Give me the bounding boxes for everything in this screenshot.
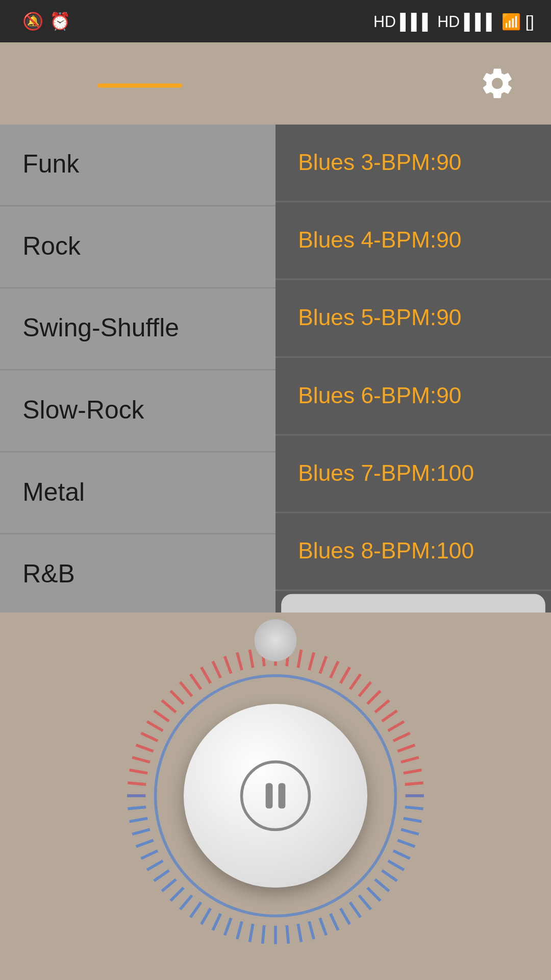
svg-line-64 (170, 888, 183, 900)
pause-bar-left (266, 783, 273, 808)
svg-line-52 (309, 921, 314, 939)
track-item-blues9[interactable]: Blues 9-BPM:100 (281, 594, 545, 612)
svg-line-24 (340, 667, 349, 683)
svg-line-72 (128, 807, 146, 808)
svg-line-40 (401, 829, 419, 834)
signal2-bars: ▌▌▌ (464, 13, 497, 30)
genre-item-rnb[interactable]: R&B (0, 534, 276, 612)
svg-line-70 (132, 829, 150, 834)
pause-icon (266, 783, 286, 808)
status-right: HD ▌▌▌ HD ▌▌▌ 📶 [] (373, 12, 534, 31)
genre-panel: FunkRockSwing-ShuffleSlow-RockMetalR&BJa… (0, 125, 276, 612)
svg-line-10 (180, 682, 192, 696)
svg-line-33 (401, 757, 419, 762)
svg-line-27 (367, 691, 380, 703)
svg-line-53 (298, 924, 301, 942)
svg-line-51 (320, 918, 326, 935)
svg-line-44 (382, 870, 397, 881)
wifi-icon: 📶 (502, 12, 521, 31)
status-bar: 🔕 ⏰ HD ▌▌▌ HD ▌▌▌ 📶 [] (0, 0, 551, 42)
track-item-blues7[interactable]: Blues 7-BPM:100 (276, 435, 551, 513)
svg-line-42 (393, 851, 410, 859)
svg-line-60 (213, 914, 220, 930)
pause-button[interactable] (240, 761, 311, 831)
svg-line-4 (136, 745, 154, 751)
tab-drum[interactable] (28, 79, 250, 88)
svg-line-7 (154, 710, 169, 721)
status-left: 🔕 ⏰ (17, 11, 70, 31)
silent-icon: 🔕 (22, 11, 44, 31)
track-item-blues5[interactable]: Blues 5-BPM:90 (276, 280, 551, 357)
svg-line-58 (237, 921, 242, 939)
svg-line-26 (359, 682, 371, 696)
svg-line-49 (340, 909, 349, 924)
genre-item-funk[interactable]: Funk (0, 125, 276, 207)
svg-line-31 (393, 733, 410, 741)
svg-line-66 (154, 870, 169, 881)
svg-line-28 (375, 700, 389, 712)
svg-line-67 (147, 861, 163, 870)
battery-icon: [] (525, 13, 534, 30)
svg-line-54 (287, 925, 288, 944)
main-content: FunkRockSwing-ShuffleSlow-RockMetalR&BJa… (0, 125, 551, 612)
track-item-blues8[interactable]: Blues 8-BPM:100 (276, 513, 551, 591)
svg-line-6 (147, 722, 163, 731)
svg-line-56 (263, 925, 264, 944)
svg-line-35 (405, 783, 423, 785)
svg-line-11 (190, 674, 201, 689)
svg-line-14 (225, 656, 231, 674)
signal-icon: HD (373, 13, 396, 30)
svg-line-45 (375, 879, 389, 891)
knob-nub (254, 619, 296, 662)
svg-line-48 (350, 902, 361, 917)
svg-line-61 (202, 909, 211, 924)
signal2-icon: HD (437, 13, 460, 30)
genre-item-slow-rock[interactable]: Slow-Rock (0, 371, 276, 453)
svg-line-30 (388, 722, 404, 731)
svg-line-71 (130, 818, 147, 821)
svg-line-57 (250, 924, 253, 942)
signal-bars: ▌▌▌ (400, 13, 433, 30)
track-item-blues4[interactable]: Blues 4-BPM:90 (276, 202, 551, 280)
svg-line-15 (237, 652, 242, 670)
svg-line-41 (397, 840, 415, 846)
svg-line-23 (331, 662, 338, 678)
svg-line-22 (320, 656, 326, 674)
svg-line-13 (213, 662, 220, 678)
svg-line-43 (388, 861, 404, 870)
svg-line-16 (250, 650, 253, 668)
svg-line-38 (405, 807, 423, 808)
svg-line-46 (367, 888, 380, 900)
track-panel: Blues 3-BPM:90Blues 4-BPM:90Blues 5-BPM:… (276, 125, 551, 612)
drum-visualizer (120, 640, 431, 951)
svg-line-68 (141, 851, 158, 859)
svg-line-69 (136, 840, 154, 846)
svg-line-59 (225, 918, 231, 935)
drum-knob[interactable] (184, 704, 367, 888)
genre-item-metal[interactable]: Metal (0, 452, 276, 534)
svg-line-1 (128, 783, 146, 785)
svg-line-21 (309, 652, 314, 670)
svg-line-62 (190, 902, 201, 917)
track-item-blues6[interactable]: Blues 6-BPM:90 (276, 358, 551, 435)
svg-line-32 (397, 745, 415, 751)
svg-line-8 (162, 700, 176, 712)
svg-line-63 (180, 895, 192, 910)
svg-line-3 (132, 757, 150, 762)
genre-item-rock[interactable]: Rock (0, 206, 276, 288)
svg-line-9 (170, 691, 183, 703)
svg-line-65 (162, 879, 176, 891)
pause-bar-right (279, 783, 286, 808)
genre-item-swing-shuffle[interactable]: Swing-Shuffle (0, 288, 276, 371)
svg-line-50 (331, 914, 338, 930)
player-area (0, 612, 551, 979)
svg-line-25 (350, 674, 361, 689)
track-item-blues3[interactable]: Blues 3-BPM:90 (276, 125, 551, 202)
svg-line-39 (404, 818, 421, 821)
svg-line-12 (202, 667, 211, 683)
alarm-icon: ⏰ (49, 11, 71, 31)
svg-line-29 (382, 710, 397, 721)
header (0, 42, 551, 125)
svg-line-34 (404, 770, 421, 773)
settings-icon[interactable] (472, 58, 523, 109)
